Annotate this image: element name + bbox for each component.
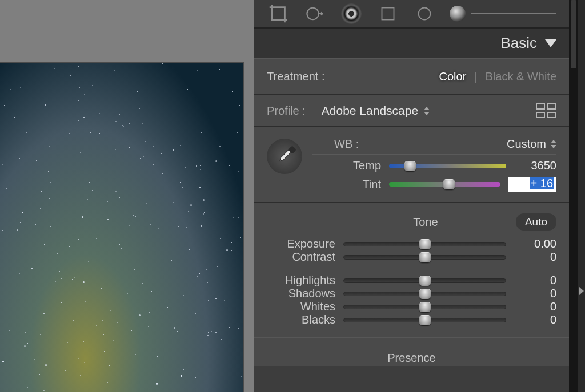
presence-block: Presence [254,337,569,366]
blacks-thumb[interactable] [419,315,431,325]
whites-slider[interactable] [343,305,506,309]
tint-thumb[interactable] [443,179,455,189]
collapse-icon [545,39,556,47]
profile-block: Profile : Adobe Landscape [254,95,569,127]
tool-radial-icon[interactable] [413,2,436,25]
treatment-block: Treatment : Color | Black & White [254,58,569,95]
tool-brush[interactable] [450,6,556,22]
exposure-thumb[interactable] [419,239,431,249]
tint-row: Tint + 16 [312,177,556,192]
svg-rect-1 [382,8,394,20]
profile-browser-icon[interactable] [536,103,556,118]
treatment-label: Treatment : [267,70,325,83]
exposure-label: Exposure [267,237,335,250]
whites-row: Whites 0 [267,300,556,313]
wb-eyedropper-button[interactable] [267,139,302,174]
contrast-row: Contrast 0 [267,250,556,264]
treatment-color[interactable]: Color [439,70,467,83]
shadows-label: Shadows [267,287,335,300]
temp-row: Temp 3650 [312,159,556,172]
exposure-slider[interactable] [343,242,506,246]
tool-gradient-icon[interactable] [376,2,399,25]
tint-label: Tint [312,178,381,191]
toolstrip [254,0,569,29]
scrollbar-thumb[interactable] [571,0,576,68]
brush-size-line [471,13,556,14]
chevron-right-icon [579,286,584,296]
blacks-slider[interactable] [343,318,506,322]
highlights-value[interactable]: 0 [514,274,556,287]
basic-title: Basic [500,34,537,52]
tint-slider[interactable] [389,182,500,187]
wb-mode-select[interactable]: Custom [507,138,546,151]
tone-auto-button[interactable]: Auto [516,213,556,231]
highlights-thumb[interactable] [419,276,431,286]
preview-image[interactable] [0,63,243,392]
wb-mode-arrows-icon[interactable] [551,140,556,148]
eyedropper-icon [273,144,296,168]
whites-thumb[interactable] [419,302,431,312]
tone-label: Tone [335,216,516,229]
canvas-area[interactable] [0,0,254,392]
svg-point-0 [307,8,318,19]
temp-thumb[interactable] [404,161,416,171]
contrast-value[interactable]: 0 [514,250,556,264]
tint-value-input[interactable]: + 16 [508,177,556,192]
tone-block: Tone Auto Exposure 0.00 Contrast 0 Highl… [254,203,569,337]
temp-slider[interactable] [389,164,506,168]
exposure-value[interactable]: 0.00 [514,237,556,250]
tool-spot-icon[interactable] [303,2,326,25]
whites-value[interactable]: 0 [514,300,556,313]
treatment-bw[interactable]: Black & White [486,70,556,83]
exposure-row: Exposure 0.00 [267,237,556,250]
brush-icon [450,6,466,22]
panel-scrollbar[interactable] [569,0,578,392]
blacks-label: Blacks [267,313,335,326]
basic-header[interactable]: Basic [254,29,569,58]
highlights-row: Highlights 0 [267,274,556,287]
whites-label: Whites [267,300,335,313]
temp-label: Temp [312,159,381,172]
svg-point-2 [419,8,431,20]
shadows-value[interactable]: 0 [514,287,556,300]
contrast-label: Contrast [267,250,335,264]
profile-label: Profile : [267,104,306,118]
profile-select[interactable]: Adobe Landscape [322,104,418,118]
presence-label: Presence [267,346,556,365]
blacks-row: Blacks 0 [267,313,556,326]
shadows-row: Shadows 0 [267,287,556,300]
profile-select-arrows-icon[interactable] [424,107,430,115]
tool-crop-icon[interactable] [267,2,290,25]
panel-expand-handle[interactable] [578,0,585,392]
develop-panel: Basic Treatment : Color | Black & White … [254,0,569,392]
tool-redeye-icon[interactable] [340,2,363,25]
contrast-thumb[interactable] [419,252,431,262]
blacks-value[interactable]: 0 [514,313,556,326]
contrast-slider[interactable] [343,255,506,260]
treatment-divider: | [474,70,477,83]
temp-value[interactable]: 3650 [514,159,556,172]
highlights-label: Highlights [267,274,335,287]
wb-block: WB : Custom Temp 3650 [254,127,569,203]
shadows-thumb[interactable] [419,289,431,299]
wb-label: WB : [334,138,359,151]
shadows-slider[interactable] [343,292,506,296]
highlights-slider[interactable] [343,278,506,283]
